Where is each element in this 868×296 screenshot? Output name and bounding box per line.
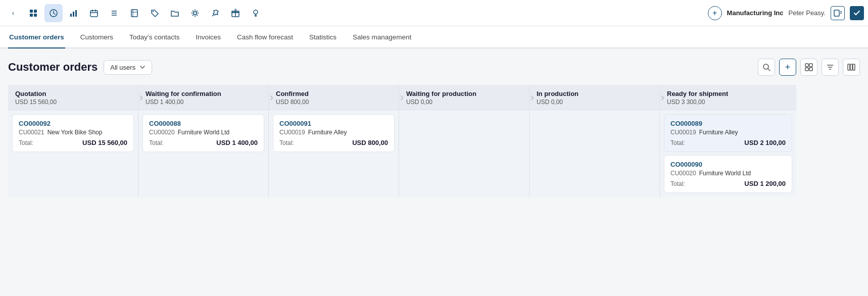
nav-todays-contacts[interactable]: Today's contacts [128, 26, 180, 48]
card-total-value: USD 800,00 [352, 139, 388, 146]
stage-amount-confirmed: USD 800,00 [276, 98, 392, 106]
column-button[interactable] [843, 59, 860, 76]
nav-statistics[interactable]: Statistics [308, 26, 337, 48]
filter-button[interactable] [822, 59, 839, 76]
stage-label-shipment: Ready for shipment [667, 90, 789, 97]
card-cust-id: CU00019 [670, 129, 696, 136]
svg-rect-5 [70, 14, 72, 17]
kanban-cards-in-prod [529, 110, 659, 118]
gear-icon[interactable] [186, 4, 204, 22]
card-CO000092[interactable]: CO000092 CU00021 New York Bike Shop Tota… [12, 114, 134, 152]
svg-point-18 [153, 11, 154, 12]
search-button[interactable] [758, 59, 775, 76]
nav-customer-orders[interactable]: Customer orders [8, 26, 65, 48]
svg-rect-42 [850, 64, 852, 70]
card-total-value: USD 1 400,00 [216, 139, 258, 146]
card-total-value: USD 2 100,00 [744, 139, 786, 146]
bar-chart-icon[interactable] [65, 4, 83, 22]
card-customer-row: CU00019 Furniture Alley [670, 129, 786, 136]
global-add-button[interactable]: + [708, 6, 722, 20]
svg-rect-43 [853, 64, 855, 70]
card-customer-row: CU00021 New York Bike Shop [19, 129, 127, 136]
card-total-row: Total: USD 2 100,00 [670, 139, 786, 146]
kanban-cards-waiting-prod [399, 110, 529, 118]
svg-rect-1 [34, 10, 37, 13]
kanban-cards-waiting-confirm: CO000088 CU00020 Furniture World Ltd Tot… [138, 110, 268, 156]
back-icon[interactable]: ‹ [4, 4, 22, 22]
bulb-icon[interactable] [247, 4, 265, 22]
card-total-value: USD 1 200,00 [744, 180, 786, 187]
pin-icon[interactable] [206, 4, 224, 22]
card-cust-name: Furniture Alley [308, 129, 347, 136]
card-total-label: Total: [279, 139, 294, 146]
page-header: Customer orders All users + [8, 59, 860, 76]
card-cust-id: CU00019 [279, 129, 305, 136]
nav-invoices[interactable]: Invoices [195, 26, 222, 48]
kanban-col-shipment: Ready for shipment USD 3 300,00 CO000089… [660, 85, 796, 197]
page-header-right: + [758, 59, 860, 76]
card-CO000091[interactable]: CO000091 CU00019 Furniture Alley Total: … [273, 114, 395, 152]
card-total-value: USD 15 560,00 [82, 139, 127, 146]
svg-rect-0 [30, 10, 33, 13]
svg-rect-28 [834, 10, 839, 16]
svg-rect-37 [809, 68, 812, 71]
stage-label-in-prod: In production [537, 90, 652, 97]
kanban-col-confirmed: Confirmed USD 800,00 CO000091 CU00019 Fu… [269, 85, 399, 197]
stage-amount-waiting-confirm: USD 1 400,00 [146, 98, 261, 106]
stage-amount-quotation: USD 15 560,00 [15, 98, 131, 106]
top-nav-left: ‹ [4, 4, 708, 22]
card-cust-name: Furniture World Ltd [699, 170, 751, 177]
tag-icon[interactable] [146, 4, 164, 22]
kanban-col-in-prod: In production USD 0,00 [529, 85, 660, 197]
card-total-row: Total: USD 1 400,00 [149, 139, 258, 146]
user-name: Peter Peasy. [789, 9, 826, 17]
avatar-button[interactable] [831, 6, 845, 20]
kanban-header-in-prod: In production USD 0,00 [529, 85, 659, 110]
card-order-num: CO000089 [670, 120, 786, 127]
svg-rect-6 [73, 12, 74, 17]
card-customer-row: CU00020 Furniture World Ltd [149, 129, 258, 136]
card-order-num: CO000092 [19, 120, 127, 127]
svg-rect-35 [809, 64, 812, 67]
users-dropdown-label: All users [110, 64, 135, 71]
card-cust-name: New York Bike Shop [47, 129, 103, 136]
svg-rect-34 [805, 64, 808, 67]
svg-rect-36 [805, 68, 808, 71]
card-cust-id: CU00020 [670, 170, 696, 177]
svg-rect-7 [75, 10, 77, 17]
card-cust-id: CU00021 [19, 129, 44, 136]
nav-cash-flow[interactable]: Cash flow forecast [236, 26, 294, 48]
grid-icon[interactable] [24, 4, 42, 22]
gift-icon[interactable] [226, 4, 245, 22]
calendar-icon[interactable] [85, 4, 103, 22]
users-dropdown[interactable]: All users [104, 60, 152, 75]
svg-rect-41 [848, 64, 850, 70]
nav-customers[interactable]: Customers [79, 26, 114, 48]
clock-icon[interactable] [44, 4, 63, 22]
card-CO000090[interactable]: CO000090 CU00020 Furniture World Ltd Tot… [664, 155, 792, 193]
stage-label-quotation: Quotation [15, 90, 131, 97]
kanban-header-quotation: Quotation USD 15 560,00 [8, 85, 138, 110]
page-title: Customer orders [8, 61, 98, 74]
kanban-columns: Quotation USD 15 560,00 CO000092 CU00021… [8, 85, 860, 197]
add-order-button[interactable]: + [779, 59, 796, 76]
card-total-label: Total: [670, 180, 685, 187]
list-icon[interactable] [105, 4, 123, 22]
kanban-col-quotation: Quotation USD 15 560,00 CO000092 CU00021… [8, 85, 138, 197]
kanban-header-waiting-prod: Waiting for production USD 0,00 [399, 85, 529, 110]
svg-line-33 [768, 69, 770, 71]
card-CO000088[interactable]: CO000088 CU00020 Furniture World Ltd Tot… [142, 114, 264, 152]
book-icon[interactable] [125, 4, 143, 22]
folder-icon[interactable] [166, 4, 184, 22]
grid-view-button[interactable] [800, 59, 817, 76]
card-total-label: Total: [670, 139, 685, 146]
top-nav: ‹ [0, 0, 868, 26]
nav-sales-management[interactable]: Sales management [352, 26, 412, 48]
card-total-label: Total: [149, 139, 164, 146]
card-CO000089[interactable]: CO000089 CU00019 Furniture Alley Total: … [664, 114, 792, 152]
card-total-row: Total: USD 15 560,00 [19, 139, 127, 146]
svg-point-24 [254, 10, 258, 14]
card-total-label: Total: [19, 139, 33, 146]
task-check-button[interactable] [850, 6, 864, 20]
card-customer-row: CU00019 Furniture Alley [279, 129, 388, 136]
